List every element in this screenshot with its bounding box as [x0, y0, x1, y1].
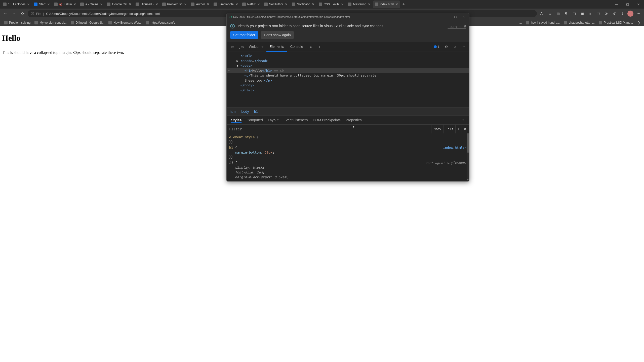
- bookmark-item[interactable]: ...: [517, 20, 524, 26]
- bookmark-item[interactable]: How Browsers Wor...: [106, 20, 144, 26]
- mute-icon[interactable]: 🔇: [59, 3, 62, 6]
- history-icon[interactable]: ↺: [611, 10, 618, 17]
- styles-rules-pane[interactable]: element.style {}}index.html:4h1 { margin…: [227, 133, 469, 181]
- devtools-close-button[interactable]: ✕: [460, 14, 467, 20]
- collections-icon[interactable]: ◫: [571, 10, 578, 17]
- reload-button[interactable]: ⟳: [19, 10, 26, 17]
- browser-tab[interactable]: a - Online✕: [78, 1, 105, 8]
- styles-toolbar-button[interactable]: +: [455, 125, 462, 134]
- devtools-tab-console[interactable]: Console: [287, 42, 306, 52]
- browser-tab[interactable]: Google Cal✕: [105, 1, 134, 8]
- breadcrumb-item[interactable]: html: [230, 110, 236, 114]
- styles-toolbar-button[interactable]: ⧉: [462, 125, 468, 134]
- dom-node[interactable]: <p>This is should have a collapsed top m…: [227, 73, 469, 78]
- bookmark-item[interactable]: how I saved hundre...: [524, 20, 562, 26]
- settings-icon[interactable]: ⚙: [442, 43, 450, 51]
- tab-close-button[interactable]: ✕: [100, 3, 103, 6]
- sync-icon[interactable]: ⟳: [603, 10, 610, 17]
- bookmark-item[interactable]: Diffused - Google S...: [69, 20, 107, 26]
- css-rule[interactable]: user agent stylesheeth1 { display: block…: [229, 161, 467, 179]
- browser-tab[interactable]: index.html✕: [373, 1, 400, 8]
- styles-tab-styles[interactable]: Styles: [229, 116, 244, 125]
- tab-close-button[interactable]: ✕: [285, 3, 288, 6]
- learn-more-link[interactable]: Learn more: [448, 25, 466, 29]
- sidebar-icon[interactable]: ▥: [554, 10, 561, 17]
- minimize-button[interactable]: —: [611, 0, 622, 9]
- dom-node[interactable]: ▶ <head>…</head>: [227, 58, 469, 63]
- dom-node[interactable]: <html>: [227, 53, 469, 58]
- back-button[interactable]: ←: [2, 10, 9, 17]
- inspect-element-icon[interactable]: ▭: [229, 43, 236, 51]
- tab-close-button[interactable]: ✕: [368, 3, 371, 6]
- browser-tab[interactable]: 🔇Fall in✕: [52, 1, 78, 8]
- scrollbar-down-icon[interactable]: ▼: [467, 179, 469, 181]
- tab-close-button[interactable]: ✕: [27, 3, 30, 6]
- downloads-icon[interactable]: ⤓: [619, 10, 626, 17]
- device-toggle-icon[interactable]: ▯▭: [237, 43, 245, 51]
- browser-tab[interactable]: Start✕: [32, 1, 52, 8]
- tab-close-button[interactable]: ✕: [395, 3, 398, 6]
- styles-scrollbar[interactable]: ▼: [467, 133, 469, 181]
- extensions-icon[interactable]: ⬚: [595, 10, 602, 17]
- devtools-maximize-button[interactable]: ▢: [452, 14, 459, 20]
- tab-close-button[interactable]: ✕: [47, 3, 50, 6]
- issues-badge[interactable]: 1: [432, 45, 441, 49]
- bookmark-item[interactable]: My version control...: [32, 20, 68, 26]
- breadcrumb-item[interactable]: h1: [254, 110, 258, 114]
- styles-toolbar-button[interactable]: :hov: [431, 125, 443, 134]
- browser-tab[interactable]: CSS Flexibl✕: [317, 1, 346, 8]
- tab-close-button[interactable]: ✕: [155, 3, 158, 6]
- styles-tab-properties[interactable]: Properties: [343, 116, 364, 125]
- bookmark-item[interactable]: https://coub.com/v: [144, 20, 177, 26]
- tab-close-button[interactable]: ✕: [207, 3, 210, 6]
- rule-source-link[interactable]: user agent stylesheet: [425, 161, 467, 165]
- devtools-window[interactable]: DevTools - file:///C:/Users/Choppy/Docum…: [226, 13, 469, 182]
- dom-node[interactable]: </body>: [227, 83, 469, 88]
- forward-button[interactable]: →: [11, 10, 18, 17]
- more-subtabs-icon[interactable]: »: [460, 118, 467, 122]
- more-tabs-icon[interactable]: »: [307, 43, 315, 51]
- tab-close-button[interactable]: ✕: [341, 3, 344, 6]
- devtools-minimize-button[interactable]: —: [444, 14, 451, 20]
- rule-source-link[interactable]: index.html:4: [443, 146, 467, 150]
- bookmark-item[interactable]: Practical LSD Manu...: [597, 20, 635, 26]
- css-rule[interactable]: element.style {}}: [229, 135, 467, 144]
- bookmark-item[interactable]: Problem solving: [2, 20, 32, 26]
- apps-icon[interactable]: ⌗: [587, 10, 594, 17]
- tab-close-button[interactable]: ✕: [184, 3, 187, 6]
- styles-tab-dom-breakpoints[interactable]: DOM Breakpoints: [310, 116, 343, 125]
- browser-tab[interactable]: Simplenote✕: [212, 1, 240, 8]
- tab-close-button[interactable]: ✕: [235, 3, 238, 6]
- dom-node[interactable]: </html>: [227, 88, 469, 93]
- tab-close-button[interactable]: ✕: [73, 3, 76, 6]
- devtools-tab-elements[interactable]: Elements: [266, 42, 287, 52]
- styles-tab-layout[interactable]: Layout: [265, 116, 281, 125]
- devtools-titlebar[interactable]: DevTools - file:///C:/Users/Choppy/Docum…: [227, 13, 469, 20]
- menu-icon[interactable]: ⋯: [635, 10, 642, 17]
- maximize-button[interactable]: ▢: [622, 0, 633, 9]
- tab-close-button[interactable]: ✕: [129, 3, 132, 6]
- add-tab-icon[interactable]: +: [316, 43, 323, 51]
- browser-tab[interactable]: Diffused -✕: [134, 1, 160, 8]
- info-close-button[interactable]: ✕: [463, 23, 467, 28]
- profile-avatar[interactable]: [627, 10, 634, 17]
- close-window-button[interactable]: ✕: [633, 0, 644, 9]
- browser-tab[interactable]: Mastering✕: [346, 1, 373, 8]
- set-root-folder-button[interactable]: Set root folder: [230, 31, 258, 39]
- shield-icon[interactable]: ⛨: [562, 10, 570, 17]
- dom-node[interactable]: these two.</p>: [227, 78, 469, 83]
- breadcrumb[interactable]: html body h1: [227, 107, 469, 115]
- styles-tab-computed[interactable]: Computed: [244, 116, 265, 125]
- browser-tab[interactable]: 1.5 Factories✕: [1, 1, 32, 8]
- browser-tab[interactable]: SelfAuthor✕: [262, 1, 290, 8]
- scrollbar-thumb[interactable]: [467, 133, 469, 153]
- css-rule[interactable]: index.html:4h1 { margin-bottom: 30px;}}: [229, 146, 467, 160]
- kebab-menu-icon[interactable]: ⋯: [460, 43, 467, 51]
- styles-tab-event-listeners[interactable]: Event Listeners: [281, 116, 310, 125]
- bookmarks-overflow-button[interactable]: ❯: [636, 21, 642, 24]
- dont-show-again-button[interactable]: Don't show again: [261, 31, 294, 39]
- site-info-icon[interactable]: ⓘ: [31, 11, 34, 16]
- favorite-icon[interactable]: ☆: [546, 10, 553, 17]
- dom-node[interactable]: ⋯ <h1>Hello</h1> == $0: [227, 68, 469, 73]
- feedback-icon[interactable]: ☺: [451, 43, 459, 51]
